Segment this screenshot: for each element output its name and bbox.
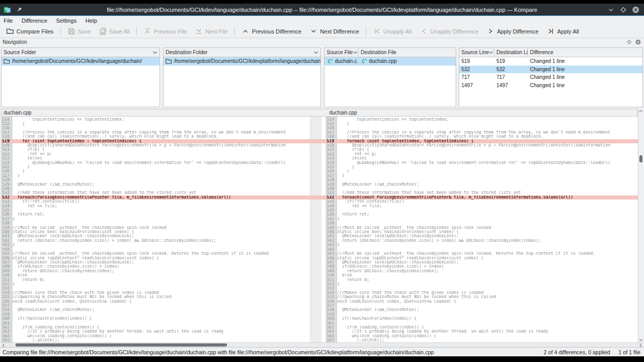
menu-settings[interactable]: Settings (56, 18, 77, 24)
code-line: l.unlock(); (337, 338, 638, 342)
destination-line-cell: 717 (494, 73, 528, 81)
destination-folder-row[interactable]: /home/sergobot/Documents/GCI/kdevplatfor… (164, 57, 320, 65)
changed-code-line[interactable]: foreach(ParsingEnvironmentFilePointer fi… (12, 195, 310, 200)
code-line: } (12, 243, 310, 247)
menu-help[interactable]: Help (85, 18, 97, 24)
source-folder-header[interactable]: Source Folder (2, 48, 159, 57)
scroll-down-icon[interactable] (638, 338, 643, 342)
destination-line-header-label: Destination Line (496, 50, 528, 55)
code-line (337, 286, 638, 290)
code-line: //It's probably being loaded by another … (12, 330, 310, 334)
source-line-header-label: Source Line (461, 50, 489, 55)
line-number: 534 (1, 204, 12, 208)
code-line: }else{ (12, 156, 310, 160)
difference-cell: Changed 1 line (528, 73, 642, 81)
horizontal-scrollbar-thumb[interactable] (15, 343, 227, 347)
code-line: } (337, 282, 638, 286)
line-number: 521 (326, 147, 336, 152)
right-file-title: duchain.cpp (329, 110, 357, 116)
file-pair-row[interactable]: duchain.c...duchain.cpp (325, 57, 456, 65)
minimize-button[interactable] (607, 6, 615, 13)
changed-code-line[interactable]: foreach(const ParsingEnvironmentFilePoin… (337, 195, 638, 200)
difference-row[interactable]: 14971497Changed 1 line (459, 81, 642, 90)
cpp-file-icon (361, 58, 367, 64)
maximize-button[interactable] (620, 6, 627, 13)
code-line: if(m_loading.contains(index)) { (12, 325, 310, 330)
line-number: 546 (1, 256, 12, 260)
code-line (12, 126, 310, 130)
line-number: 520 (1, 143, 12, 147)
code-line: } (337, 243, 638, 247)
source-line-cell: 717 (459, 73, 494, 81)
horizontal-scrollbar[interactable] (1, 342, 643, 347)
line-number: 535 (326, 208, 336, 212)
code-line (12, 208, 310, 212)
apply-difference-button[interactable]: Apply Difference (482, 26, 543, 37)
scroll-up-icon[interactable] (638, 109, 643, 113)
files-header[interactable]: Source File Destination File (325, 48, 456, 57)
pin-icon[interactable] (15, 6, 23, 13)
changed-code-line[interactable]: foreach (uint topContextIndex, topContex… (337, 139, 638, 143)
apply-all-icon (547, 27, 555, 35)
source-folder-header-label: Source Folder (4, 50, 36, 55)
line-number: 550 (326, 273, 336, 277)
line-number: 531 (326, 191, 336, 195)
menu-file[interactable]: File (4, 18, 13, 24)
diff-connector-band (310, 139, 326, 143)
vertical-scrollbar-thumb[interactable] (639, 155, 642, 162)
source-folder-panel: Source Folder /home/sergobot/Documents/G… (1, 47, 160, 107)
line-number: 534 (326, 204, 336, 208)
line-number: 517 (1, 130, 12, 135)
line-number: 515 (1, 122, 12, 126)
next-difference-button[interactable]: Next Difference (305, 26, 363, 37)
code-line: while(m_loading.contains(index)) { (12, 334, 310, 338)
compare-files-button[interactable]: Compare Files (2, 26, 58, 37)
menu-difference[interactable]: Difference (22, 18, 47, 24)
dock-close-icon[interactable] (635, 39, 641, 46)
code-line: QMutexLocker l(&m_chainsMutex); (12, 183, 310, 187)
code-line: } (12, 217, 310, 221)
line-number: 525 (1, 165, 12, 169)
line-number: 543 (1, 243, 12, 247)
line-number: 514 (1, 118, 12, 122)
code-line: return DUChain::chainsByIndex[index]; (337, 269, 638, 273)
code-line: QMutexLocker l(&m_chainsMutex); (12, 308, 310, 312)
line-number: 522 (1, 152, 12, 156)
dock-float-icon[interactable] (627, 40, 632, 45)
line-number: 516 (1, 126, 12, 130)
right-code-pane[interactable]: topContextIndices << topContextIndex; } … (337, 117, 638, 342)
code-line: return DUChain::chainsByIndex[index]; (12, 269, 310, 273)
difference-row[interactable]: 519519Changed 1 line (459, 57, 642, 65)
line-number: 523 (1, 156, 12, 160)
code-line: } (337, 169, 638, 173)
previous-difference-button[interactable]: Previous Difference (237, 26, 305, 37)
line-number: 553 (1, 286, 12, 290)
difference-row[interactable]: 717717Changed 1 line (459, 73, 642, 81)
line-number: 542 (326, 239, 336, 243)
changed-code-line[interactable]: for (uint topContextIndex : topContextIn… (12, 139, 310, 143)
line-number: 530 (326, 187, 336, 191)
line-number: 550 (1, 273, 12, 277)
line-number: 563 (1, 330, 12, 334)
close-button[interactable] (632, 6, 639, 13)
left-code-pane[interactable]: topContextIndices << topContextIndex; } … (12, 117, 310, 342)
difference-row[interactable]: 532532Changed 1 line (459, 65, 642, 74)
line-number: 546 (326, 256, 336, 260)
line-number: 561 (326, 321, 336, 325)
kompare-app-icon[interactable] (4, 6, 11, 13)
differences-header[interactable]: Source Line Destination Line Difference (459, 48, 642, 57)
code-line: qCDebug(LANGUAGE) << "Failed to load env… (337, 161, 638, 165)
apply-all-button[interactable]: Apply All (543, 26, 583, 37)
destination-folder-header-label: Destination Folder (166, 50, 207, 55)
code-line: } (337, 165, 638, 169)
vertical-scrollbar[interactable] (638, 109, 643, 342)
code-line: } (337, 217, 638, 221)
line-number: 522 (326, 152, 336, 156)
destination-folder-header[interactable]: Destination Folder (164, 48, 320, 57)
destination-line-cell: 532 (494, 65, 528, 74)
source-folder-row[interactable]: /home/sergobot/Documents/GCI/kdev/langua… (2, 57, 159, 65)
line-number: 519 (326, 139, 336, 143)
line-number: 533 (1, 200, 12, 204)
destination-file-name: duchain.cpp (369, 58, 397, 64)
save-all-label: Save All (109, 28, 130, 35)
